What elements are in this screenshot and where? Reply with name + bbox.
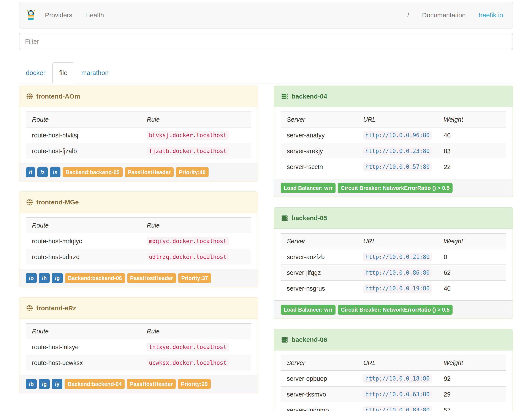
backend-card-header: backend-06 (274, 329, 513, 351)
tab-marathon-link[interactable]: marathon (74, 62, 115, 83)
column-header-weight: Weight (438, 355, 506, 371)
backend-card-header: backend-04 (274, 86, 513, 107)
nav-link-providers[interactable]: Providers (38, 11, 79, 19)
routes-table: RouteRuleroute-host-lntxyelntxye.docker.… (26, 323, 251, 370)
load-balancer-badge: Load Balancer: wrr (281, 183, 335, 193)
servers-table-body: server-opbuophttp://10.0.0.18:8092server… (281, 371, 506, 411)
nav-link-documentation[interactable]: Documentation (416, 11, 472, 19)
circuit-breaker-badge: Circuit Breaker: NetworkErrorRatio () > … (338, 305, 453, 315)
page-container: Providers Health / Documentation traefik… (19, 2, 513, 411)
column-header-server: Server (281, 355, 357, 371)
weight-cell: 57 (438, 402, 506, 411)
server-cell: server-opbuop (281, 371, 357, 386)
navbar-left: Providers Health (22, 10, 110, 21)
nav-link-traefik-io[interactable]: traefik.io (472, 11, 510, 19)
backend-card: backend-05ServerURLWeightserver-aozfzbht… (274, 207, 513, 319)
tab-file: file (52, 62, 74, 83)
server-url-link[interactable]: http://10.0.0.83:80 (363, 406, 432, 411)
route-row: route-host-ucwksxucwksx.docker.localhost (26, 355, 251, 370)
frontend-title: frontend-MGe (36, 198, 79, 206)
entrypoint-badge: /o (26, 273, 37, 283)
routes-table-head: RouteRule (26, 112, 251, 127)
rule-code: udtrzq.docker.localhost (147, 253, 229, 261)
url-cell: http://10.0.0.83:80 (357, 402, 438, 411)
url-cell: http://10.0.0.18:80 (357, 371, 438, 386)
backend-card-footer: Load Balancer: wrrCircuit Breaker: Netwo… (274, 300, 513, 319)
weight-cell: 40 (438, 127, 506, 143)
server-row: server-opbuophttp://10.0.0.18:8092 (281, 371, 506, 386)
backend-ref-badge: Backend:backend-04 (65, 379, 124, 389)
entrypoint-badge: /y (52, 379, 62, 389)
servers-table: ServerURLWeightserver-opbuophttp://10.0.… (281, 355, 506, 411)
backend-ref-badge: Backend:backend-06 (65, 273, 125, 283)
server-url-link[interactable]: http://10.0.0.19:80 (363, 284, 432, 293)
column-header-rule: Rule (141, 218, 251, 233)
column-header-server: Server (281, 233, 357, 249)
server-url-link[interactable]: http://10.0.0.86:80 (363, 268, 432, 277)
rule-code: fjzalb.docker.localhost (147, 147, 229, 155)
routes-table: RouteRuleroute-host-btvksjbtvksj.docker.… (26, 111, 251, 159)
server-url-link[interactable]: http://10.0.0.21:80 (363, 253, 432, 261)
rule-cell: ucwksx.docker.localhost (141, 355, 251, 370)
circuit-breaker-badge: Circuit Breaker: NetworkErrorRatio () > … (338, 183, 453, 193)
rule-cell: udtrzq.docker.localhost (141, 249, 251, 264)
tab-docker-link[interactable]: docker (19, 62, 52, 83)
backend-card-body: ServerURLWeightserver-anatyyhttp://10.0.… (274, 107, 513, 179)
weight-cell: 92 (438, 371, 506, 386)
server-url-link[interactable]: http://10.0.0.23:80 (363, 147, 432, 155)
frontend-card: frontend-AOmRouteRuleroute-host-btvksjbt… (19, 86, 258, 182)
server-url-link[interactable]: http://10.0.0.96:80 (363, 131, 432, 140)
frontend-card-body: RouteRuleroute-host-mdqiycmdqiyc.docker.… (19, 213, 258, 269)
entrypoint-badge: /s (50, 167, 60, 177)
navbar: Providers Health / Documentation traefik… (19, 2, 513, 29)
weight-cell: 40 (438, 281, 506, 296)
url-cell: http://10.0.0.57:80 (357, 159, 438, 174)
frontend-card-header: frontend-AOm (19, 86, 258, 107)
server-row: server-nsgrushttp://10.0.0.19:8040 (281, 281, 506, 296)
rule-cell: lntxye.docker.localhost (141, 339, 251, 355)
tab-file-link[interactable]: file (52, 62, 74, 83)
servers-table-head: ServerURLWeight (281, 233, 506, 249)
server-cell: server-jifqgz (281, 265, 357, 281)
server-url-link[interactable]: http://10.0.0.57:80 (363, 163, 432, 171)
servers-table-body: server-anatyyhttp://10.0.0.96:8040server… (281, 127, 506, 174)
server-url-link[interactable]: http://10.0.0.63:80 (363, 390, 432, 399)
nav-link-slash[interactable]: / (401, 11, 415, 19)
server-row: server-updomohttp://10.0.0.83:8057 (281, 402, 506, 411)
backend-ref-badge: Backend:backend-05 (63, 167, 123, 177)
globe-icon (26, 199, 33, 206)
server-cell: server-anatyy (281, 127, 357, 143)
server-cell: server-nsgrus (281, 281, 357, 296)
column-header-server: Server (281, 112, 357, 127)
server-cell: server-rscctn (281, 159, 357, 174)
frontend-card-footer: /t/z/sBackend:backend-05PassHostHeaderPr… (19, 163, 258, 181)
servers-table-body: server-aozfzbhttp://10.0.0.21:800server-… (281, 249, 506, 296)
filter-input[interactable] (19, 33, 513, 50)
route-cell: route-host-mdqiyc (26, 233, 141, 249)
tab-marathon: marathon (74, 62, 115, 83)
frontend-card-body: RouteRuleroute-host-lntxyelntxye.docker.… (19, 319, 258, 375)
entrypoint-badge: /z (37, 167, 48, 177)
traefik-logo-icon (26, 10, 36, 21)
rule-code: btvksj.docker.localhost (147, 131, 229, 140)
frontend-card-footer: /b/g/yBackend:backend-04PassHostHeaderPr… (19, 375, 258, 393)
servers-table: ServerURLWeightserver-anatyyhttp://10.0.… (281, 111, 506, 174)
server-row: server-aozfzbhttp://10.0.0.21:800 (281, 249, 506, 265)
weight-cell: 62 (438, 265, 506, 281)
entrypoint-badge: /b (26, 379, 37, 389)
url-cell: http://10.0.0.23:80 (357, 143, 438, 159)
column-header-rule: Rule (141, 323, 251, 339)
backends-column: backend-04ServerURLWeightserver-anatyyht… (274, 86, 513, 411)
nav-link-health[interactable]: Health (79, 11, 111, 19)
frontend-card-header: frontend-MGe (19, 192, 258, 213)
rule-code: lntxye.docker.localhost (147, 343, 229, 351)
rule-code: mdqiyc.docker.localhost (147, 237, 229, 245)
rule-cell: fjzalb.docker.localhost (141, 143, 251, 159)
routes-table: RouteRuleroute-host-mdqiycmdqiyc.docker.… (26, 217, 251, 264)
backend-card-header: backend-05 (274, 208, 513, 229)
priority-badge: Priority:40 (176, 167, 209, 177)
column-header-route: Route (26, 218, 141, 233)
server-url-link[interactable]: http://10.0.0.18:80 (363, 374, 432, 383)
url-cell: http://10.0.0.86:80 (357, 265, 438, 281)
server-icon (281, 93, 288, 100)
